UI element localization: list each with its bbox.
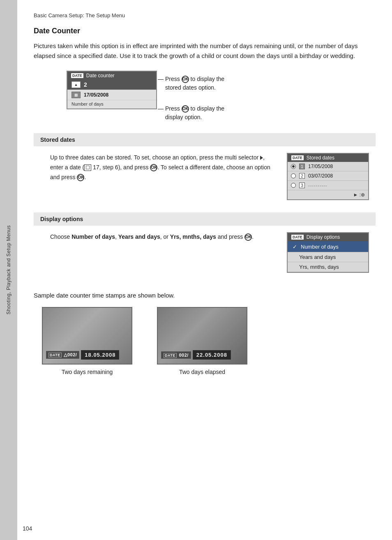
stamp-box-1: DATE △002/: [46, 351, 79, 359]
sample-intro: Sample date counter time stamps are show…: [34, 292, 376, 299]
checkmark-icon: ✓: [291, 243, 298, 250]
callout-2: Press OK to display thedisplay option.: [165, 104, 224, 122]
display-option-row-2: Years and days: [288, 252, 368, 262]
thumb-overlay-1: DATE △002/ 18.05.2008: [46, 350, 128, 360]
stored-dates-title: Stored dates: [34, 133, 376, 146]
display-option-label-2: Years and days: [299, 254, 336, 260]
stored-date-row-3: 3 ----------: [288, 181, 368, 190]
sample-section: Sample date counter time stamps are show…: [34, 292, 376, 375]
display-options-screen-label: Display options: [307, 234, 340, 240]
stored-dates-footer: ► :⊕: [288, 190, 368, 199]
ok-icon-5: OK: [244, 233, 252, 241]
screen-title-bar: DATE Date counter: [67, 72, 156, 80]
intro-text: Pictures taken while this option is in e…: [34, 41, 376, 61]
stored-date-2: 03/07/2008: [308, 173, 333, 179]
date-stamp-icon-1: DATE: [48, 353, 62, 358]
bold-yrs-mnths: Yrs, mnths, days: [170, 233, 216, 240]
thumb-overlay-2: DATE 002/ 22.05.2008: [161, 350, 243, 360]
sample-item-1: DATE △002/ 18.05.2008 Two days remaining: [42, 307, 132, 375]
bold-years-days: Years and days: [118, 233, 160, 240]
stored-date-1: 17/05/2008: [308, 164, 333, 169]
num-badge-1: 1: [299, 164, 305, 169]
display-options-section: Display options Choose Number of days, Y…: [34, 212, 376, 279]
ok-icon-4: OK: [77, 174, 84, 181]
stored-dates-screen-title: DATE Stored dates: [288, 154, 368, 162]
ok-icon-3: OK: [150, 164, 157, 171]
num-badge-3: 3: [299, 182, 305, 188]
row1-num: 2: [84, 81, 87, 88]
stamp-date-1: 18.05.2008: [81, 350, 119, 360]
sample-thumb-1: DATE △002/ 18.05.2008: [42, 307, 132, 365]
bold-num-days: Number of days: [71, 233, 115, 240]
display-option-label-3: Yrs, mnths, days: [299, 264, 339, 270]
screen-row-2: ▩ 17/05/2008: [67, 90, 156, 100]
display-date-icon: DATE: [291, 234, 304, 240]
display-options-body: Choose Number of days, Years and days, o…: [34, 226, 376, 279]
date-icon: DATE: [71, 73, 84, 78]
display-option-row-3: Yrs, mnths, days: [288, 262, 368, 272]
stored-dates-screen-label: Stored dates: [307, 155, 334, 161]
sidebar: Shooting, Playback and Setup Menus: [0, 0, 17, 540]
stored-date-3: ----------: [308, 183, 327, 188]
page-number: 104: [23, 525, 32, 532]
date-stamp-icon-2: DATE: [164, 353, 177, 358]
radio-1: [291, 164, 296, 169]
row1-icon: ▲: [71, 81, 81, 88]
callout-1: Press OK to display thestored dates opti…: [165, 75, 224, 92]
display-option-label-1: Number of days: [301, 244, 339, 250]
sample-caption-2: Two days elapsed: [179, 369, 225, 375]
stored-date-icon: DATE: [291, 155, 304, 161]
diagram-area: DATE Date counter ▲ 2 ▩ 17/05/2008 Numbe…: [34, 71, 376, 122]
screen-title-text: Date counter: [86, 73, 115, 78]
row2-icon: ▩: [71, 92, 81, 98]
arrow-right-icon: [260, 156, 263, 160]
callout-area: Press OK to display thestored dates opti…: [165, 71, 224, 122]
stored-date-row-1: 1 17/05/2008: [288, 162, 368, 171]
display-options-screen-title: DATE Display options: [288, 233, 368, 241]
stored-dates-text: Up to three dates can be stored. To set,…: [50, 153, 279, 200]
radio-2: [291, 173, 296, 178]
sidebar-label: Shooting, Playback and Setup Menus: [6, 225, 12, 314]
screen-row-1: ▲ 2: [67, 80, 156, 90]
stored-dates-screen: DATE Stored dates 1 17/05/2008 2 03/07/2…: [287, 153, 369, 200]
sample-images: DATE △002/ 18.05.2008 Two days remaining: [34, 307, 376, 375]
num-badge-2: 2: [299, 173, 305, 179]
page-title: Date Counter: [34, 27, 376, 35]
stored-date-row-2: 2 03/07/2008: [288, 171, 368, 181]
stamp-date-2: 22.05.2008: [193, 350, 231, 360]
stored-dates-body: Up to three dates can be stored. To set,…: [34, 146, 376, 207]
display-options-text: Choose Number of days, Years and days, o…: [50, 232, 279, 273]
ok-icon-2: OK: [182, 105, 189, 113]
radio-3: [291, 183, 296, 188]
display-options-title: Display options: [34, 212, 376, 226]
ok-icon-1: OK: [182, 76, 189, 83]
row2-date: 17/05/2008: [84, 92, 108, 98]
display-option-row-1: ✓ Number of days: [288, 241, 368, 252]
breadcrumb: Basic Camera Setup: The Setup Menu: [34, 12, 376, 18]
ref-icon: ☐: [84, 164, 91, 171]
sample-caption-1: Two days remaining: [62, 369, 113, 375]
screen-row-label: Number of days: [67, 100, 156, 108]
display-options-screen: DATE Display options ✓ Number of days Ye…: [287, 232, 369, 273]
stamp-box-2: DATE 002/: [161, 351, 191, 359]
sample-thumb-2: DATE 002/ 22.05.2008: [157, 307, 247, 365]
sample-item-2: DATE 002/ 22.05.2008 Two days elapsed: [157, 307, 247, 375]
date-counter-screen: DATE Date counter ▲ 2 ▩ 17/05/2008 Numbe…: [67, 71, 157, 109]
stored-dates-section: Stored dates Up to three dates can be st…: [34, 133, 376, 207]
